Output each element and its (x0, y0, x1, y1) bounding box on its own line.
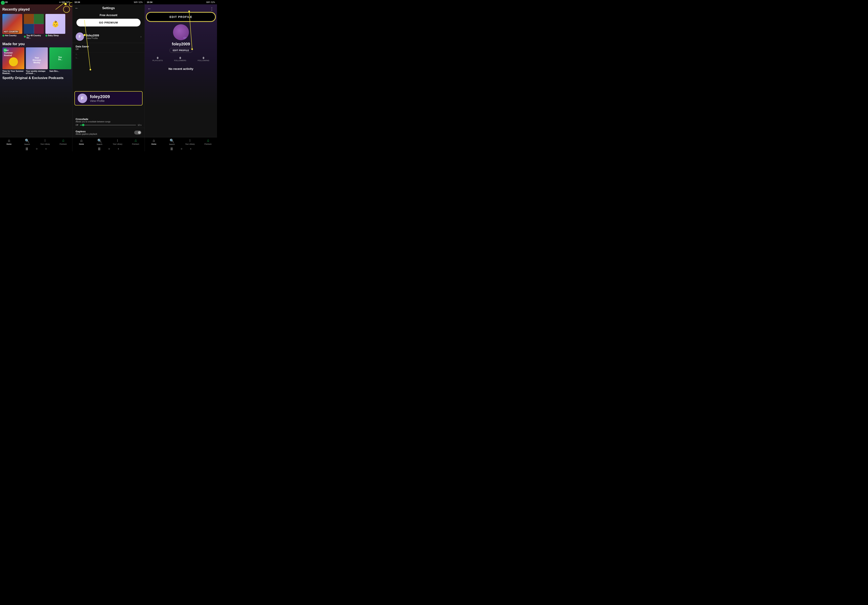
profile-row-settings[interactable]: F foley2009 View Profile › (73, 31, 145, 43)
nav-library-label-3: Your Library (185, 143, 195, 145)
gapless-toggle[interactable] (134, 130, 141, 135)
nav-search-1[interactable]: 🔍 Search (18, 139, 36, 145)
status-bar-panel3: 10:34 WiFi 52% (145, 0, 217, 5)
sys-home-3[interactable]: ○ (181, 147, 182, 150)
followers-count: 0 (174, 56, 186, 59)
more-dots-button[interactable]: ⋮ (210, 6, 214, 11)
nav-home-label-1: Home (6, 143, 12, 145)
bottom-nav-panel2: ⌂ Home 🔍 Search ⫶ Your Library ♫ Premium (73, 137, 145, 146)
slider-thumb (82, 124, 84, 126)
daily-mix-name: Sam Bro... (50, 70, 71, 72)
home-icon-1: ⌂ (8, 139, 10, 143)
go-premium-button[interactable]: GO PREMIUM (76, 19, 141, 26)
discover-text-line3: Weekly (33, 62, 41, 64)
view-profile-settings: View Profile (87, 37, 138, 39)
nav-home-1[interactable]: ⌂ Home (0, 139, 18, 145)
sys-recent-3[interactable]: ||| (170, 147, 173, 150)
sys-back-2[interactable]: ‹ (118, 147, 119, 150)
spotify-dot-1 (2, 35, 5, 37)
recently-played-grid: HOT COUNTRY Hot Country (0, 14, 72, 40)
baby-emoji: 👶 (52, 20, 59, 28)
status-time-2: 10:34 (74, 1, 80, 3)
tooltip-avatar: F (78, 94, 87, 103)
profile-name-settings: foley2009 (87, 34, 138, 37)
wifi-icon-3: WiFi (206, 1, 210, 3)
made-for-you-scroll: YourSummerRewind Time for Your Summer Re… (0, 47, 72, 74)
playlist-discover-weekly[interactable]: Your Discover Weekly Your weekly mixtape… (26, 47, 48, 74)
sys-back-3[interactable]: ‹ (190, 147, 191, 150)
nav-premium-3[interactable]: ♫ Premium (199, 139, 217, 145)
back-button-settings[interactable]: ← (75, 6, 78, 10)
status-time-3: 10:34 (147, 1, 152, 3)
nav-premium-2[interactable]: ♫ Premium (127, 139, 145, 145)
nav-library-3[interactable]: ⫶ Your Library (181, 139, 199, 145)
status-bar-panel1: 10:33 ✉ WiFi 52% (0, 0, 72, 5)
mail-icon: ✉ (59, 1, 61, 3)
edit-profile-button-small[interactable]: EDIT PROFILE (169, 48, 192, 53)
recently-item-label-hot-country: Hot Country (2, 34, 22, 37)
back-button-profile[interactable]: ← (147, 7, 151, 11)
top40-grid-4 (34, 24, 44, 34)
recently-item-label-top40: Top 40 Country So... (24, 34, 44, 39)
data-saver-label: Data Saver (76, 45, 141, 48)
podcasts-title: Spotify Original & Exclusive Podcasts (2, 76, 70, 80)
top40-name: Top 40 Country So... (26, 34, 44, 39)
spotify-dot-2 (24, 36, 26, 38)
tooltip-name: foley2009 (90, 94, 110, 99)
gear-icon: ⚙ (65, 8, 68, 11)
made-for-you-title: Made for you (0, 40, 72, 47)
recently-item-top40[interactable]: Top 40 Country So... (24, 14, 44, 39)
gapless-info: Gapless Allows gapless playback (76, 130, 97, 135)
sys-home-2[interactable]: ○ (108, 147, 110, 150)
crossfade-slider[interactable] (80, 125, 136, 125)
free-account-label: Free Account (76, 14, 141, 17)
stat-followers: 0 FOLLOWERS (174, 56, 186, 62)
wifi-icon: WiFi (62, 1, 65, 3)
recently-item-baby-sleep[interactable]: 👶 Baby Sleep (45, 14, 65, 39)
nav-home-3[interactable]: ⌂ Home (145, 139, 163, 145)
following-count: 0 (198, 56, 209, 59)
battery-icon-3: 52% (211, 1, 215, 3)
edit-profile-button-large[interactable]: EDIT PROFILE (147, 13, 215, 21)
gapless-row[interactable]: Gapless Allows gapless playback (73, 128, 145, 137)
profile-panel: 10:34 WiFi 52% ← ⋮ EDIT PROFILE foley200… (144, 0, 217, 151)
profile-username: foley2009 (172, 42, 190, 46)
nav-library-2[interactable]: ⫶ Your Library (108, 139, 127, 145)
top40-thumb (24, 14, 44, 34)
baby-sleep-thumb: 👶 (45, 14, 65, 34)
annotation-dot-profile (84, 34, 85, 36)
tooltip-sub: View Profile (90, 99, 110, 102)
sys-home-1[interactable]: ○ (36, 147, 37, 150)
panel1-header: Recently played ⚙ (0, 5, 72, 14)
daily-text: YouDa... (57, 54, 64, 62)
data-saver-item[interactable]: Data Saver Off (73, 43, 145, 53)
nav-premium-1[interactable]: ♫ Premium (54, 139, 72, 145)
nav-search-2[interactable]: 🔍 Search (90, 139, 108, 145)
nav-library-1[interactable]: ⫶ Your Library (36, 139, 54, 145)
nav-home-2[interactable]: ⌂ Home (73, 139, 91, 145)
crossfade-row[interactable]: Crossfade Allows you to crossfade betwee… (73, 116, 145, 128)
chevron-right-icon: › (141, 35, 141, 38)
status-icons-2: WiFi 52% (134, 1, 143, 3)
settings-gear-button[interactable]: ⚙ (63, 6, 70, 13)
sun-circle (9, 57, 18, 66)
settings-title: Settings (102, 6, 115, 10)
playlist-summer-rewind[interactable]: YourSummerRewind Time for Your Summer Re… (2, 47, 24, 74)
sys-back-1[interactable]: ‹ (46, 147, 46, 150)
nav-search-3[interactable]: 🔍 Search (163, 139, 181, 145)
status-icons-3: WiFi 52% (206, 1, 215, 3)
premium-icon-3: ♫ (207, 139, 209, 143)
nav-search-label-2: Search (96, 143, 102, 145)
battery-icon-2: 52% (139, 1, 143, 3)
stat-playlists: 0 PLAYLISTS (152, 56, 163, 62)
recently-item-hot-country[interactable]: HOT COUNTRY Hot Country (2, 14, 22, 39)
nav-premium-label-2: Premium (132, 143, 139, 145)
sys-recent-1[interactable]: ||| (26, 147, 28, 150)
sys-nav-1: ||| ○ ‹ (0, 146, 72, 151)
playlist-daily-mix[interactable]: YouDa... Sam Bro... (50, 47, 71, 74)
following-label: FOLLOWING (198, 59, 209, 62)
account-section: Free Account GO PREMIUM (73, 12, 145, 31)
wifi-icon-2: WiFi (134, 1, 138, 3)
sys-recent-2[interactable]: ||| (98, 147, 100, 150)
recently-played-title: Recently played (2, 7, 29, 12)
